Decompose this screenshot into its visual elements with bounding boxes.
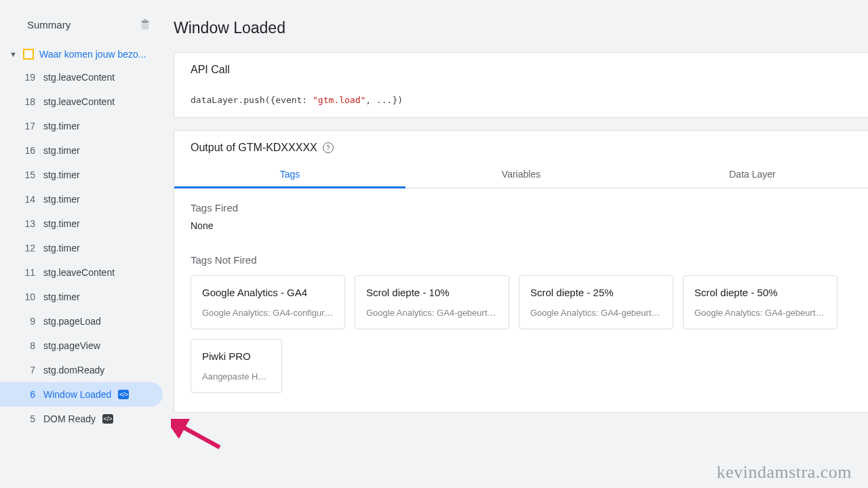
event-num: 13 (19, 218, 35, 229)
event-row[interactable]: 17stg.timer (0, 114, 163, 138)
tags-fired-none: None (174, 220, 868, 241)
event-row[interactable]: 18stg.leaveContent (0, 89, 163, 114)
event-row[interactable]: 9stg.pageLoad (0, 309, 163, 333)
event-badge-icon: </> (118, 390, 129, 399)
event-row[interactable]: 16stg.timer (0, 138, 163, 163)
event-name: stg.leaveContent (43, 96, 115, 107)
event-row[interactable]: 14stg.timer (0, 187, 163, 211)
event-name: stg.leaveContent (43, 72, 115, 83)
event-list: 19stg.leaveContent18stg.leaveContent17st… (0, 65, 163, 431)
event-num: 9 (19, 316, 35, 327)
svg-line-0 (178, 424, 220, 447)
event-name: stg.timer (43, 121, 80, 131)
page-box-icon (23, 49, 34, 60)
event-num: 18 (19, 96, 35, 107)
event-num: 10 (19, 291, 35, 302)
tab-variables[interactable]: Variables (406, 159, 637, 188)
chevron-down-icon: ▼ (9, 50, 19, 58)
summary-header[interactable]: Summary (0, 11, 163, 45)
api-call-prefix: dataLayer.push({event: (191, 95, 313, 105)
event-row[interactable]: 8stg.pageView (0, 333, 163, 358)
event-name: stg.domReady (43, 365, 104, 375)
page-title: Waar komen jouw bezo... (39, 49, 146, 60)
sidebar: Summary ▼ Waar komen jouw bezo... 19stg.… (0, 0, 163, 488)
event-name: stg.timer (43, 218, 80, 229)
api-call-card: API Call dataLayer.push({event: "gtm.loa… (174, 52, 868, 118)
tag-name: Scrol diepte - 25% (530, 287, 662, 298)
watermark: kevindamstra.com (717, 462, 852, 483)
event-num: 17 (19, 121, 35, 131)
event-row[interactable]: 12stg.timer (0, 236, 163, 260)
event-row[interactable]: 7stg.domReady (0, 358, 163, 382)
arrow-annotation (171, 419, 225, 453)
page-group[interactable]: ▼ Waar komen jouw bezo... (0, 45, 163, 65)
event-row[interactable]: 5DOM Ready</> (0, 407, 163, 431)
event-name: stg.timer (43, 243, 80, 253)
tag-name: Scrol diepte - 10% (366, 287, 498, 298)
clear-all-icon[interactable] (138, 18, 152, 31)
event-num: 14 (19, 194, 35, 205)
api-call-label: API Call (174, 53, 868, 87)
api-call-value: "gtm.load" (313, 95, 366, 105)
event-name: stg.timer (43, 169, 80, 180)
tag-card[interactable]: Google Analytics - GA4Google Analytics: … (191, 275, 345, 329)
tag-type: Google Analytics: GA4-configuratie (202, 308, 334, 318)
tags-not-fired-label: Tags Not Fired (174, 241, 868, 272)
output-card: Output of GTM-KDXXXXX ? TagsVariablesDat… (174, 130, 868, 413)
tabs: TagsVariablesData Layer (174, 159, 868, 188)
event-name: DOM Ready (43, 413, 96, 424)
event-row[interactable]: 6Window Loaded</> (0, 382, 163, 407)
tags-fired-label: Tags Fired (174, 188, 868, 220)
tab-tags[interactable]: Tags (174, 159, 406, 188)
event-row[interactable]: 10stg.timer (0, 285, 163, 309)
event-num: 15 (19, 169, 35, 180)
event-row[interactable]: 13stg.timer (0, 211, 163, 236)
tag-name: Google Analytics - GA4 (202, 287, 334, 298)
event-row[interactable]: 11stg.leaveContent (0, 260, 163, 285)
help-icon[interactable]: ? (323, 142, 334, 153)
event-row[interactable]: 15stg.timer (0, 163, 163, 187)
tags-not-fired-grid: Google Analytics - GA4Google Analytics: … (174, 272, 868, 409)
tag-name: Piwki PRO (202, 350, 271, 362)
output-header: Output of GTM-KDXXXXX ? (174, 131, 868, 159)
page-heading: Window Loaded (174, 19, 868, 37)
tag-card[interactable]: Scrol diepte - 10%Google Analytics: GA4-… (355, 275, 509, 329)
tag-type: Aangepaste HTML (202, 371, 271, 382)
api-call-code: dataLayer.push({event: "gtm.load", ...}) (174, 87, 868, 117)
tag-card[interactable]: Piwki PROAangepaste HTML (191, 339, 282, 393)
event-name: Window Loaded (43, 389, 111, 400)
event-row[interactable]: 19stg.leaveContent (0, 65, 163, 89)
tab-data-layer[interactable]: Data Layer (637, 159, 868, 188)
tag-card[interactable]: Scrol diepte - 25%Google Analytics: GA4-… (519, 275, 673, 329)
event-num: 11 (19, 267, 35, 278)
event-name: stg.timer (43, 145, 80, 156)
tag-type: Google Analytics: GA4-gebeurtenis (530, 308, 662, 318)
event-name: stg.timer (43, 194, 80, 205)
event-num: 19 (19, 72, 35, 83)
summary-title: Summary (27, 19, 71, 30)
api-call-suffix: , ...}) (366, 95, 403, 105)
event-badge-icon: </> (102, 414, 113, 424)
event-name: stg.leaveContent (43, 267, 115, 278)
event-num: 5 (19, 413, 35, 424)
event-name: stg.timer (43, 291, 80, 302)
event-num: 12 (19, 243, 35, 253)
event-name: stg.pageView (43, 340, 100, 351)
event-num: 6 (19, 389, 35, 400)
event-num: 8 (19, 340, 35, 351)
tag-name: Scrol diepte - 50% (694, 287, 826, 298)
output-label: Output of GTM-KDXXXXX (191, 142, 317, 154)
event-num: 7 (19, 365, 35, 375)
tag-card[interactable]: Scrol diepte - 50%Google Analytics: GA4-… (683, 275, 837, 329)
event-num: 16 (19, 145, 35, 156)
tag-type: Google Analytics: GA4-gebeurtenis (366, 308, 498, 318)
main-panel: Window Loaded API Call dataLayer.push({e… (163, 0, 868, 488)
tag-type: Google Analytics: GA4-gebeurtenis (694, 308, 826, 318)
event-name: stg.pageLoad (43, 316, 101, 327)
